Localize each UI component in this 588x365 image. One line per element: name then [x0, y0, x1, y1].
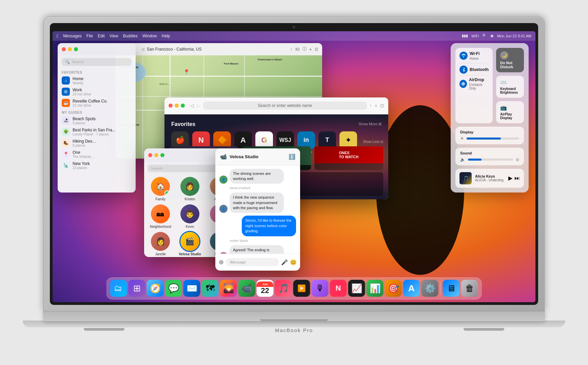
now-playing-controls: ▶ ⏭: [508, 175, 520, 181]
wifi-info: Wi-Fi Home: [470, 51, 479, 60]
safari-back-icon[interactable]: ◁: [190, 103, 194, 108]
home-icon: ⌂: [62, 76, 70, 85]
maps-address-bar[interactable]: San Francisco - California, US: [147, 47, 288, 52]
dock-numbers[interactable]: 📊: [367, 280, 384, 297]
messages-maximize-button[interactable]: [160, 153, 164, 157]
menu-file[interactable]: File: [86, 34, 93, 38]
menu-edit[interactable]: Edit: [98, 34, 105, 38]
map-pin[interactable]: 📍: [183, 69, 190, 75]
dock-keynote[interactable]: 🎯: [385, 280, 402, 297]
safari-addtab-icon[interactable]: +: [375, 103, 377, 108]
safari-close-button[interactable]: [169, 104, 173, 108]
apple-menu-logo[interactable]: : [57, 33, 58, 39]
dock-music[interactable]: 🎵: [275, 280, 292, 297]
maps-info-icon[interactable]: ⓘ: [302, 46, 307, 52]
apps-icon[interactable]: ⊕: [219, 258, 224, 266]
dock-podcasts[interactable]: 🎙: [312, 280, 329, 297]
video-tile-3[interactable]: ONESTO WATCH: [314, 146, 383, 170]
dock-mail[interactable]: ✉️: [183, 280, 200, 297]
cc-airplay-tile[interactable]: 📺 AirPlay Display: [496, 101, 524, 123]
contact-family[interactable]: 🏠 Family: [148, 177, 174, 201]
search-icon[interactable]: 🔍: [482, 34, 487, 38]
fast-forward-button[interactable]: ⏭: [514, 175, 520, 181]
family-avatar: 🏠: [151, 177, 170, 196]
dnd-label: Do NotDisturb: [500, 61, 520, 69]
sidebar-item-hiking[interactable]: 🥾 Hiking Des... 5 places: [58, 138, 136, 149]
safari-maximize-button[interactable]: [181, 104, 185, 108]
sidebar-item-newyork[interactable]: 🗽 New York 23 places: [58, 160, 136, 171]
dock-messages[interactable]: 💬: [165, 280, 182, 297]
sidebar-item-parks[interactable]: 🌳 Best Parks in San Fra... Lonely Planet…: [58, 126, 136, 138]
dock-photos[interactable]: 🌄: [220, 280, 237, 297]
contact-kevin[interactable]: 👨 Kevin: [177, 204, 203, 229]
maximize-button[interactable]: [74, 47, 78, 51]
messages-close-button[interactable]: [148, 153, 152, 157]
dock-launchpad[interactable]: ⊞: [129, 280, 145, 297]
messages-minimize-button[interactable]: [154, 153, 158, 157]
dock-stocks[interactable]: 📈: [348, 280, 365, 297]
info-icon[interactable]: ℹ️: [289, 153, 295, 160]
dock-appletv[interactable]: ▶️: [293, 280, 310, 297]
sidebar-item-home[interactable]: ⌂ Home Nearby: [58, 75, 136, 86]
sidebar-item-coffee[interactable]: ☕ Reveille Coffee Co. 22 min drive: [58, 97, 136, 109]
maps-options-icon[interactable]: ⊡: [315, 47, 318, 52]
menu-buddies[interactable]: Buddies: [123, 34, 138, 38]
video-call-icon[interactable]: 📹: [220, 153, 227, 160]
maps-share-icon[interactable]: ↑: [290, 47, 292, 52]
sidebar-item-beach[interactable]: 🏖 Beach Spots 9 places: [58, 115, 136, 126]
dock-preferences[interactable]: ⚙️: [422, 280, 438, 297]
sidebar-search-bar[interactable]: 🔍 Search: [62, 58, 132, 66]
dock-maps[interactable]: 🗺: [202, 280, 219, 297]
safari-share-icon[interactable]: ↑: [370, 103, 372, 108]
sidebar-item-one[interactable]: 📍 One The Infatuat...: [58, 149, 136, 160]
cc-keyboard-tile[interactable]: ⌨️ Keyboard Brightness: [496, 76, 524, 98]
show-less-button[interactable]: Show Less ⊟: [363, 140, 383, 144]
siri-icon[interactable]: ◉: [490, 34, 494, 38]
cc-network-tile[interactable]: Wi-Fi Home B: [455, 48, 493, 123]
audio-icon[interactable]: 🎤: [281, 259, 288, 266]
minimize-button[interactable]: [68, 47, 72, 51]
dock-finder[interactable]: 🗂: [110, 280, 127, 297]
sound-min-icon: 🔈: [460, 157, 465, 162]
dock-safari[interactable]: 🧭: [147, 280, 164, 297]
wifi-icon[interactable]: WiFi: [471, 34, 479, 38]
sidebar-item-work[interactable]: ⊞ Work 23 min drive: [58, 86, 136, 97]
safari-sidebar-icon[interactable]: ⊡: [380, 103, 384, 108]
menu-help[interactable]: Help: [162, 34, 170, 38]
dock-appstore[interactable]: A: [403, 280, 420, 297]
maps-add-icon[interactable]: +: [309, 47, 312, 52]
safari-address-bar[interactable]: Search or enter website name: [203, 102, 367, 110]
cc-right-col: 🌙 Do NotDisturb ⌨️ Keyboard Brightness: [496, 48, 524, 123]
contact-kristen[interactable]: 👩 Kristen: [177, 177, 203, 201]
cc-dnd-tile[interactable]: 🌙 Do NotDisturb: [496, 48, 524, 72]
dock-desktop[interactable]: 🖥: [443, 280, 460, 297]
safari-minimize-button[interactable]: [175, 104, 179, 108]
np-subtitle: ALICIA - Underdog: [475, 178, 505, 182]
close-button[interactable]: [62, 47, 66, 51]
safari-forward-icon[interactable]: ▷: [197, 103, 200, 108]
sound-output-icon[interactable]: ⊙: [516, 157, 519, 162]
show-more-button[interactable]: Show More ⊞: [358, 122, 381, 126]
display-slider-track[interactable]: [467, 138, 519, 140]
guide4-name: One: [73, 150, 132, 155]
maps-3d-button[interactable]: 3D: [295, 47, 300, 51]
macbook-bottom-bar: [23, 321, 565, 327]
contact-neighborhood[interactable]: 🏘 Neighborhood: [148, 204, 174, 229]
menu-messages[interactable]: Messages: [63, 34, 82, 38]
wifi-row: Wi-Fi Home: [459, 51, 489, 60]
menu-window[interactable]: Window: [142, 34, 157, 38]
emoji-icon[interactable]: 😊: [290, 259, 297, 266]
dock-trash[interactable]: 🗑: [461, 280, 478, 297]
menu-view[interactable]: View: [110, 34, 118, 38]
dock-calendar[interactable]: JUN 22: [257, 280, 274, 297]
dock-facetime[interactable]: 📹: [238, 280, 255, 297]
maps-back-icon[interactable]: ◁: [141, 47, 144, 52]
favorites-section: Favorites: [58, 69, 136, 75]
contact-velosa[interactable]: 🎬 Velosa Studio: [177, 232, 203, 256]
message-input[interactable]: iMessage: [226, 258, 279, 266]
message-row-2: 👤 I think the new sequence made a huge i…: [219, 193, 296, 213]
sound-slider-track[interactable]: [468, 159, 513, 161]
play-button[interactable]: ▶: [508, 175, 512, 181]
contact-janelle[interactable]: 👩 Janelle: [148, 232, 174, 256]
dock-news[interactable]: N: [330, 280, 347, 297]
